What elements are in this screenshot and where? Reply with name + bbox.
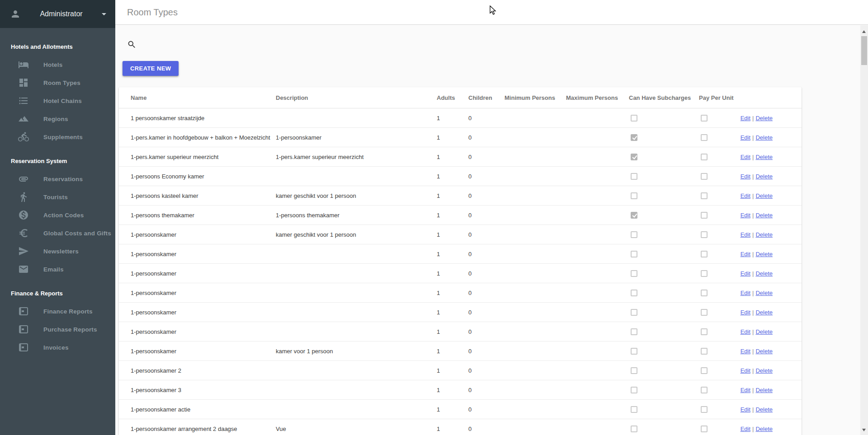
- sidebar-item-emails[interactable]: Emails: [0, 260, 115, 278]
- edit-link[interactable]: Edit: [741, 270, 750, 277]
- sidebar-item-newsletters[interactable]: Newsletters: [0, 242, 115, 260]
- cell-pay-per-unit: [699, 406, 737, 413]
- sidebar-item-room-types[interactable]: Room Types: [0, 74, 115, 92]
- pay-per-unit-checkbox[interactable]: [701, 328, 708, 335]
- sidebar-item-regions[interactable]: Regions: [0, 110, 115, 128]
- sidebar-item-label: Hotel Chains: [43, 98, 82, 104]
- sidebar-item-tourists[interactable]: Tourists: [0, 188, 115, 206]
- edit-link[interactable]: Edit: [741, 426, 750, 432]
- cell-name: 1-persoons themakamer: [131, 212, 276, 219]
- delete-link[interactable]: Delete: [755, 231, 773, 238]
- subcharges-checkbox[interactable]: [631, 348, 637, 355]
- subcharges-checkbox[interactable]: [631, 387, 637, 393]
- sidebar-item-global-costs-and-gifts[interactable]: Global Costs and Gifts: [0, 224, 115, 242]
- sidebar-item-label: Newsletters: [43, 248, 79, 255]
- pay-per-unit-checkbox[interactable]: [701, 251, 708, 257]
- edit-link[interactable]: Edit: [741, 406, 750, 413]
- subcharges-checkbox[interactable]: [631, 328, 637, 335]
- pay-per-unit-checkbox[interactable]: [701, 154, 708, 160]
- pay-per-unit-checkbox[interactable]: [701, 367, 708, 374]
- column-header-children: Children: [468, 94, 505, 101]
- subcharges-checkbox[interactable]: [631, 212, 637, 219]
- pay-per-unit-checkbox[interactable]: [701, 270, 708, 277]
- edit-link[interactable]: Edit: [741, 154, 750, 160]
- subcharges-checkbox[interactable]: [631, 115, 637, 122]
- edit-link[interactable]: Edit: [741, 251, 750, 257]
- edit-link[interactable]: Edit: [741, 309, 750, 316]
- delete-link[interactable]: Delete: [755, 309, 773, 316]
- delete-link[interactable]: Delete: [755, 387, 773, 393]
- user-menu[interactable]: Administrator: [0, 0, 115, 28]
- delete-link[interactable]: Delete: [755, 367, 773, 374]
- subcharges-checkbox[interactable]: [631, 426, 637, 432]
- edit-link[interactable]: Edit: [741, 192, 750, 199]
- sidebar-item-invoices[interactable]: Invoices: [0, 338, 115, 356]
- sidebar-item-hotel-chains[interactable]: Hotel Chains: [0, 92, 115, 110]
- pay-per-unit-checkbox[interactable]: [701, 406, 708, 413]
- pay-per-unit-checkbox[interactable]: [701, 115, 708, 122]
- delete-link[interactable]: Delete: [755, 270, 773, 277]
- subcharges-checkbox[interactable]: [631, 251, 637, 257]
- sidebar-item-reservations[interactable]: Reservations: [0, 170, 115, 188]
- delete-link[interactable]: Delete: [755, 134, 773, 141]
- edit-link[interactable]: Edit: [741, 328, 750, 335]
- column-header-minimum-persons: Minimum Persons: [505, 94, 566, 101]
- scroll-down-arrow-icon[interactable]: [862, 429, 866, 431]
- edit-link[interactable]: Edit: [741, 173, 750, 180]
- edit-link[interactable]: Edit: [741, 367, 750, 374]
- subcharges-checkbox[interactable]: [631, 290, 637, 296]
- delete-link[interactable]: Delete: [755, 348, 773, 355]
- delete-link[interactable]: Delete: [755, 192, 773, 199]
- edit-link[interactable]: Edit: [741, 290, 750, 296]
- sidebar-item-finance-reports[interactable]: Finance Reports: [0, 302, 115, 320]
- pay-per-unit-checkbox[interactable]: [701, 387, 708, 393]
- subcharges-checkbox[interactable]: [631, 154, 637, 160]
- pay-per-unit-checkbox[interactable]: [701, 134, 708, 141]
- delete-link[interactable]: Delete: [755, 426, 773, 432]
- delete-link[interactable]: Delete: [755, 328, 773, 335]
- pay-per-unit-checkbox[interactable]: [701, 426, 708, 432]
- delete-link[interactable]: Delete: [755, 154, 773, 160]
- subcharges-checkbox[interactable]: [631, 406, 637, 413]
- pay-per-unit-checkbox[interactable]: [701, 290, 708, 296]
- cell-pay-per-unit: [699, 114, 737, 122]
- scroll-up-arrow-icon[interactable]: [862, 30, 866, 33]
- subcharges-checkbox[interactable]: [631, 173, 637, 180]
- sidebar-item-purchase-reports[interactable]: Purchase Reports: [0, 320, 115, 338]
- delete-link[interactable]: Delete: [755, 115, 773, 122]
- edit-link[interactable]: Edit: [741, 387, 750, 393]
- delete-link[interactable]: Delete: [755, 290, 773, 296]
- delete-link[interactable]: Delete: [755, 212, 773, 219]
- subcharges-checkbox[interactable]: [631, 367, 637, 374]
- pay-per-unit-checkbox[interactable]: [701, 309, 708, 316]
- subcharges-checkbox[interactable]: [631, 231, 637, 238]
- delete-link[interactable]: Delete: [755, 406, 773, 413]
- sidebar-item-hotels[interactable]: Hotels: [0, 56, 115, 74]
- edit-link[interactable]: Edit: [741, 134, 750, 141]
- edit-link[interactable]: Edit: [741, 348, 750, 355]
- pay-per-unit-checkbox[interactable]: [701, 348, 708, 355]
- edit-link[interactable]: Edit: [741, 231, 750, 238]
- create-new-button[interactable]: CREATE NEW: [123, 61, 179, 76]
- sidebar-item-label: Invoices: [43, 344, 69, 351]
- sidebar-item-supplements[interactable]: Supplements: [0, 128, 115, 146]
- chevron-down-icon[interactable]: [102, 13, 106, 15]
- pay-per-unit-checkbox[interactable]: [701, 231, 708, 238]
- subcharges-checkbox[interactable]: [631, 134, 637, 141]
- vertical-scrollbar[interactable]: [860, 25, 868, 435]
- edit-link[interactable]: Edit: [741, 212, 750, 219]
- table-row: 1-persoonskamerkamer geschikt voor 1 per…: [119, 225, 802, 244]
- delete-link[interactable]: Delete: [755, 173, 773, 180]
- pay-per-unit-checkbox[interactable]: [701, 173, 708, 180]
- subcharges-checkbox[interactable]: [631, 270, 637, 277]
- subcharges-checkbox[interactable]: [631, 192, 637, 199]
- sidebar-item-label: Purchase Reports: [43, 326, 97, 333]
- scrollbar-thumb[interactable]: [861, 36, 867, 65]
- pay-per-unit-checkbox[interactable]: [701, 212, 708, 219]
- subcharges-checkbox[interactable]: [631, 309, 637, 316]
- edit-link[interactable]: Edit: [741, 115, 750, 122]
- search-icon[interactable]: [127, 40, 137, 49]
- delete-link[interactable]: Delete: [755, 251, 773, 257]
- pay-per-unit-checkbox[interactable]: [701, 192, 708, 199]
- sidebar-item-action-codes[interactable]: Action Codes: [0, 206, 115, 224]
